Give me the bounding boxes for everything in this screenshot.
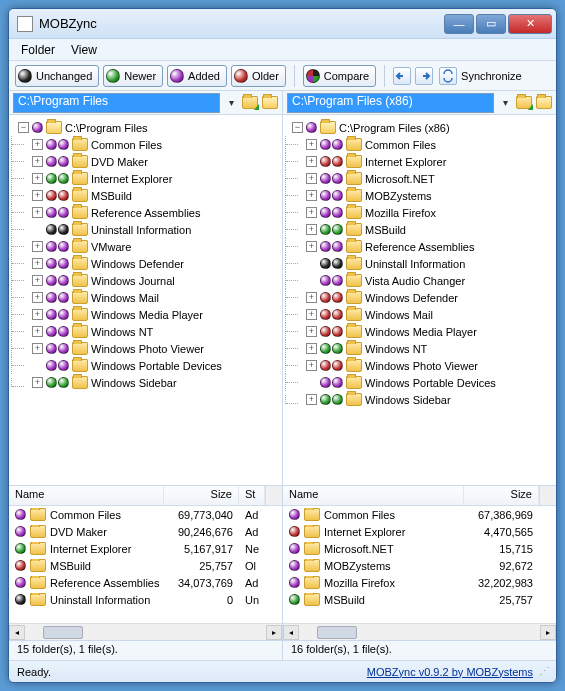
expand-icon[interactable]: + [306,241,317,252]
col-name[interactable]: Name [283,486,464,505]
expand-icon[interactable]: + [306,326,317,337]
col-name[interactable]: Name [9,486,164,505]
list-row[interactable]: MSBuild 25,757 Ol [9,557,282,574]
left-list-header[interactable]: Name Size St [9,486,282,506]
tree-root[interactable]: − C:\Program Files [11,119,280,136]
expand-icon[interactable]: + [32,377,43,388]
tree-item[interactable]: + Windows NT [11,323,280,340]
tree-item[interactable]: + Windows Journal [11,272,280,289]
compare-button[interactable]: Compare [303,65,376,87]
expand-icon[interactable]: + [306,309,317,320]
filter-older[interactable]: Older [231,65,286,87]
list-row[interactable]: Internet Explorer 5,167,917 Ne [9,540,282,557]
expand-icon[interactable]: + [32,258,43,269]
col-status[interactable]: St [239,486,265,505]
menu-folder[interactable]: Folder [21,43,55,57]
expand-icon[interactable]: + [32,275,43,286]
col-size[interactable]: Size [164,486,239,505]
expand-icon[interactable]: + [32,292,43,303]
expand-icon[interactable]: + [32,343,43,354]
expand-icon[interactable]: + [32,156,43,167]
tree-item[interactable]: + VMware [11,238,280,255]
scroll-left-icon[interactable]: ◂ [283,625,299,640]
vscroll[interactable] [539,486,556,505]
expand-icon[interactable]: + [306,394,317,405]
col-size[interactable]: Size [464,486,539,505]
tree-item[interactable]: Uninstall Information [285,255,554,272]
scroll-thumb[interactable] [317,626,357,639]
tree-item[interactable]: + Windows Mail [285,306,554,323]
copy-right-icon[interactable] [415,67,433,85]
list-row[interactable]: Mozilla Firefox 32,202,983 [283,574,556,591]
tree-item[interactable]: + Common Files [285,136,554,153]
tree-item[interactable]: + MSBuild [11,187,280,204]
expand-icon[interactable]: + [306,207,317,218]
close-button[interactable]: ✕ [508,14,552,34]
list-row[interactable]: MSBuild 25,757 [283,591,556,608]
expand-icon[interactable]: + [306,224,317,235]
left-path-input[interactable]: C:\Program Files [13,93,220,113]
tree-item[interactable]: + Windows NT [285,340,554,357]
filter-newer[interactable]: Newer [103,65,163,87]
vscroll[interactable] [265,486,282,505]
up-folder-icon[interactable] [516,96,532,109]
expand-icon[interactable]: + [32,241,43,252]
tree-item[interactable]: + MSBuild [285,221,554,238]
minimize-button[interactable]: — [444,14,474,34]
right-tree[interactable]: − C:\Program Files (x86) + Common Files … [283,115,556,485]
list-row[interactable]: Common Files 67,386,969 [283,506,556,523]
list-row[interactable]: MOBZystems 92,672 [283,557,556,574]
filter-unchanged[interactable]: Unchanged [15,65,99,87]
hscrollbar[interactable]: ◂ ▸ [9,623,282,640]
chevron-down-icon[interactable]: ▾ [224,97,238,108]
tree-item[interactable]: + Windows Media Player [11,306,280,323]
browse-folder-icon[interactable] [262,96,278,109]
tree-item[interactable]: + Windows Defender [285,289,554,306]
synchronize-button[interactable]: Synchronize [437,65,528,87]
tree-item[interactable]: + MOBZystems [285,187,554,204]
right-list[interactable]: Common Files 67,386,969 Internet Explore… [283,506,556,623]
tree-item[interactable]: + Microsoft.NET [285,170,554,187]
tree-item[interactable]: + Windows Photo Viewer [285,357,554,374]
scroll-right-icon[interactable]: ▸ [266,625,282,640]
up-folder-icon[interactable] [242,96,258,109]
tree-item[interactable]: + Windows Photo Viewer [11,340,280,357]
scroll-thumb[interactable] [43,626,83,639]
list-row[interactable]: Common Files 69,773,040 Ad [9,506,282,523]
left-tree[interactable]: − C:\Program Files + Common Files + DVD … [9,115,282,485]
left-list[interactable]: Common Files 69,773,040 Ad DVD Maker 90,… [9,506,282,623]
tree-item[interactable]: + Windows Media Player [285,323,554,340]
list-row[interactable]: Uninstall Information 0 Un [9,591,282,608]
chevron-down-icon[interactable]: ▾ [498,97,512,108]
about-link[interactable]: MOBZync v0.9.2 by MOBZystems [367,666,533,678]
tree-item[interactable]: + Windows Mail [11,289,280,306]
filter-added[interactable]: Added [167,65,227,87]
expand-icon[interactable]: + [32,190,43,201]
scroll-left-icon[interactable]: ◂ [9,625,25,640]
tree-item[interactable]: + Reference Assemblies [285,238,554,255]
tree-item[interactable]: + Windows Defender [11,255,280,272]
expand-icon[interactable]: + [306,360,317,371]
expand-icon[interactable]: + [306,190,317,201]
expand-icon[interactable]: + [306,292,317,303]
expand-icon[interactable]: + [32,139,43,150]
expand-icon[interactable]: + [32,326,43,337]
menu-view[interactable]: View [71,43,97,57]
expand-icon[interactable]: + [32,173,43,184]
tree-item[interactable]: Windows Portable Devices [11,357,280,374]
scroll-right-icon[interactable]: ▸ [540,625,556,640]
expand-icon[interactable]: + [32,207,43,218]
resize-grip[interactable]: ⋰ [539,665,548,678]
collapse-icon[interactable]: − [18,122,29,133]
tree-item[interactable]: + Internet Explorer [285,153,554,170]
tree-item[interactable]: Windows Portable Devices [285,374,554,391]
expand-icon[interactable]: + [32,309,43,320]
expand-icon[interactable]: + [306,139,317,150]
tree-item[interactable]: + Reference Assemblies [11,204,280,221]
titlebar[interactable]: MOBZync — ▭ ✕ [9,9,556,39]
maximize-button[interactable]: ▭ [476,14,506,34]
tree-item[interactable]: Uninstall Information [11,221,280,238]
list-row[interactable]: DVD Maker 90,246,676 Ad [9,523,282,540]
list-row[interactable]: Internet Explorer 4,470,565 [283,523,556,540]
expand-icon[interactable]: + [306,173,317,184]
